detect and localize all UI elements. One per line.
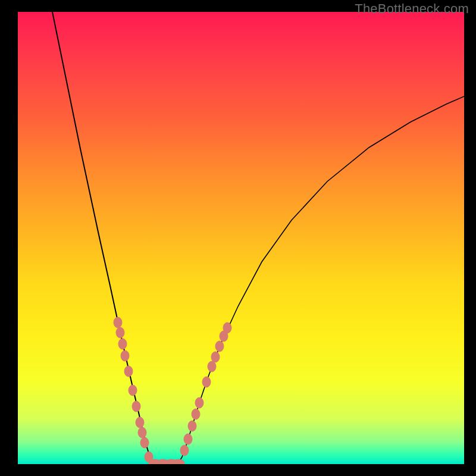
chart-area xyxy=(18,12,464,464)
data-dot xyxy=(129,385,137,396)
curve-left xyxy=(52,12,154,463)
data-dot xyxy=(173,459,184,464)
data-dot xyxy=(188,421,196,431)
data-dot xyxy=(138,427,146,438)
data-dot xyxy=(118,339,127,349)
data-dot xyxy=(140,437,149,448)
data-dot xyxy=(184,434,192,444)
data-dot xyxy=(132,401,140,412)
data-dot xyxy=(223,322,231,333)
watermark-text: TheBottleneck.com xyxy=(355,1,469,17)
data-dot xyxy=(211,352,220,362)
data-dot xyxy=(208,361,216,372)
data-dot xyxy=(124,366,133,377)
dots-group xyxy=(114,317,231,464)
data-dot xyxy=(202,377,211,387)
data-dot xyxy=(192,409,200,419)
data-dot xyxy=(114,317,122,328)
data-dot xyxy=(136,417,144,428)
data-dot xyxy=(195,397,203,408)
data-dot xyxy=(116,327,124,338)
plot-svg xyxy=(18,12,464,464)
data-dot xyxy=(121,350,129,361)
data-dot xyxy=(215,341,224,352)
data-dot xyxy=(180,445,189,456)
